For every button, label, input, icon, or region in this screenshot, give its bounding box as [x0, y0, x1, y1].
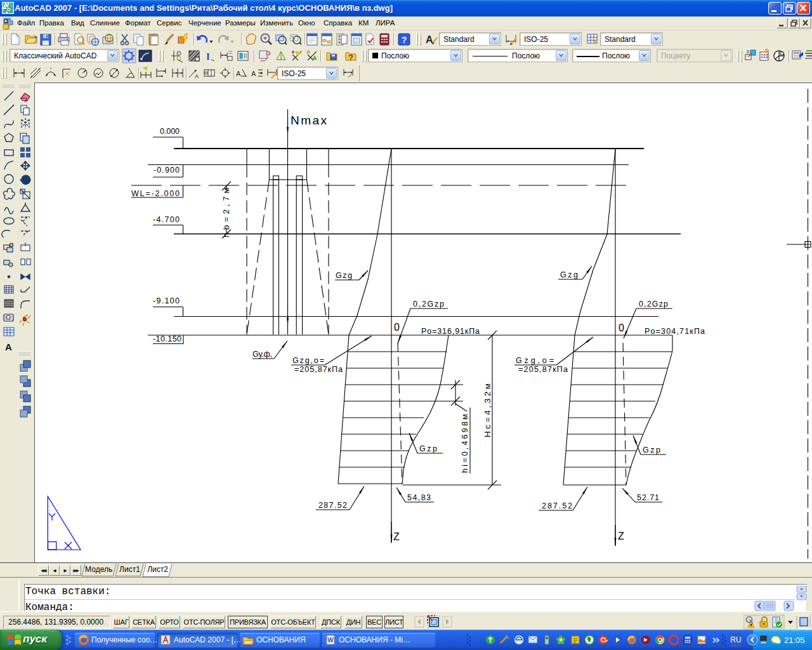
svg-text:-0.900: -0.900 — [154, 166, 180, 175]
svg-text:Gzp: Gzp — [419, 444, 437, 453]
svg-text:?: ? — [348, 53, 353, 62]
svg-text:A: A — [195, 73, 199, 79]
svg-text:Gzg,o=: Gzg,o= — [516, 356, 554, 365]
svg-text:-10.150: -10.150 — [153, 335, 181, 343]
svg-text:A: A — [426, 34, 433, 45]
svg-text:W: W — [327, 637, 334, 644]
svg-text:0: 0 — [394, 322, 400, 333]
svg-text:Gzg: Gzg — [336, 271, 352, 280]
svg-text:Gzg,o=: Gzg,o= — [292, 356, 324, 365]
svg-text:54,83: 54,83 — [407, 493, 431, 502]
svg-text:287.52: 287.52 — [542, 501, 572, 510]
svg-text:0,2Gzp: 0,2Gzp — [413, 300, 444, 308]
svg-text:A: A — [236, 70, 241, 77]
svg-text:I: I — [206, 51, 210, 62]
svg-text:0.000: 0.000 — [160, 127, 180, 136]
svg-text:287.52: 287.52 — [318, 501, 347, 510]
svg-text:hb=2,7м: hb=2,7м — [221, 185, 231, 237]
svg-text:WL=-2.000: WL=-2.000 — [131, 189, 180, 198]
svg-text:-9.100: -9.100 — [153, 296, 180, 305]
svg-text:Gzg: Gzg — [560, 270, 578, 279]
svg-text:0,2Gzp: 0,2Gzp — [639, 300, 668, 308]
svg-text:Z: Z — [393, 531, 400, 542]
svg-text:0: 0 — [619, 322, 624, 333]
svg-text:?: ? — [402, 35, 407, 45]
svg-text:A: A — [251, 70, 256, 77]
svg-text:Z: Z — [618, 531, 624, 541]
svg-text:52.71: 52.71 — [637, 493, 659, 502]
svg-text:Nmax: Nmax — [291, 114, 329, 127]
svg-text:=205,87кПа: =205,87кПа — [518, 365, 568, 374]
svg-text:=205,87кПа: =205,87кПа — [294, 365, 343, 374]
svg-text:Po=304,71кПа: Po=304,71кПа — [645, 327, 705, 336]
svg-text:A: A — [5, 342, 12, 352]
svg-text:hi=0,4698м: hi=0,4698м — [461, 412, 469, 473]
svg-text:Gzp: Gzp — [643, 446, 660, 454]
svg-text:Gу.ф,: Gу.ф, — [252, 350, 272, 359]
svg-text:Po=316,91кПа: Po=316,91кПа — [421, 327, 480, 336]
svg-text:Hc=4,32м: Hc=4,32м — [483, 381, 492, 437]
svg-text:-4.700: -4.700 — [153, 215, 180, 224]
